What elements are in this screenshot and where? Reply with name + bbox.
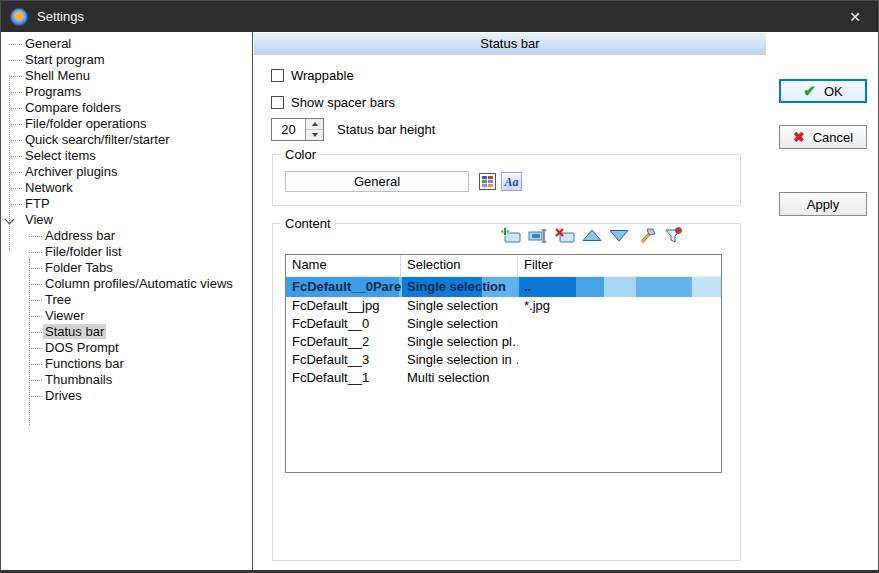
- column-header-selection[interactable]: Selection: [401, 255, 518, 276]
- x-icon: ✖: [793, 129, 805, 145]
- sidebar-item-view[interactable]: View: [1, 212, 252, 228]
- sidebar-item-address-bar[interactable]: Address bar: [1, 228, 252, 244]
- sidebar-item-select-items[interactable]: Select items: [1, 148, 252, 164]
- sidebar-item-drives[interactable]: Drives: [1, 388, 252, 404]
- sidebar-item-tree[interactable]: Tree: [1, 292, 252, 308]
- apply-button[interactable]: Apply: [779, 192, 867, 216]
- sidebar-item-ftp[interactable]: FTP: [1, 196, 252, 212]
- page-title: Status bar: [254, 33, 766, 55]
- delete-item-icon[interactable]: [554, 227, 576, 244]
- table-row[interactable]: FcDefault__3 Single selection in …: [286, 351, 721, 369]
- sidebar-item-shell-menu[interactable]: Shell Menu: [1, 68, 252, 84]
- height-value[interactable]: 20: [272, 119, 305, 140]
- status-bar-height-stepper[interactable]: 20: [271, 118, 324, 141]
- sidebar-item-column-profiles[interactable]: Column profiles/Automatic views: [1, 276, 252, 292]
- sidebar-item-viewer[interactable]: Viewer: [1, 308, 252, 324]
- table-row[interactable]: FcDefault__2 Single selection pl…: [286, 333, 721, 351]
- cancel-button[interactable]: ✖ Cancel: [779, 125, 867, 149]
- sidebar-item-functions-bar[interactable]: Functions bar: [1, 356, 252, 372]
- sidebar-item-compare-folders[interactable]: Compare folders: [1, 100, 252, 116]
- arrow-up-icon: [312, 122, 318, 126]
- sidebar-item-start-program[interactable]: Start program: [1, 52, 252, 68]
- rename-item-icon[interactable]: [527, 227, 549, 244]
- sidebar-item-archiver-plugins[interactable]: Archiver plugins: [1, 164, 252, 180]
- color-group-title: Color: [281, 147, 320, 162]
- titlebar: Settings ✕: [1, 1, 878, 32]
- sidebar-item-quick-search[interactable]: Quick search/filter/starter: [1, 132, 252, 148]
- settings-window: Settings ✕ General Start program Shell M…: [0, 0, 879, 573]
- content-table: Name Selection Filter FcDefault__0Parent…: [285, 254, 722, 473]
- window-title: Settings: [37, 9, 84, 24]
- close-icon[interactable]: ✕: [832, 1, 878, 32]
- arrow-down-icon: [312, 133, 318, 137]
- column-header-name[interactable]: Name: [286, 255, 401, 276]
- spin-down-button[interactable]: [306, 129, 323, 140]
- chevron-down-icon[interactable]: [5, 215, 15, 225]
- sidebar-item-folder-tabs[interactable]: Folder Tabs: [1, 260, 252, 276]
- sidebar-item-general[interactable]: General: [1, 36, 252, 52]
- move-down-icon[interactable]: [608, 227, 630, 244]
- general-color-button[interactable]: General: [285, 171, 469, 192]
- check-icon: ✔: [803, 82, 816, 100]
- add-item-icon[interactable]: [500, 227, 522, 244]
- sidebar-item-programs[interactable]: Programs: [1, 84, 252, 100]
- spacer-checkbox-row[interactable]: Show spacer bars: [271, 95, 395, 110]
- color-group: Color General Aa: [272, 154, 741, 206]
- sidebar-item-file-folder-operations[interactable]: File/folder operations: [1, 116, 252, 132]
- table-row[interactable]: FcDefault__1 Multi selection: [286, 369, 721, 387]
- wrappable-checkbox[interactable]: [271, 69, 284, 82]
- spacer-checkbox[interactable]: [271, 96, 284, 109]
- ok-button[interactable]: ✔ OK: [779, 79, 867, 103]
- content-group-title: Content: [281, 216, 335, 231]
- settings-app-icon: [10, 8, 28, 26]
- wrappable-label: Wrappable: [291, 68, 354, 83]
- table-header: Name Selection Filter: [286, 255, 721, 277]
- status-bar-height-label: Status bar height: [337, 122, 435, 137]
- sidebar-item-thumbnails[interactable]: Thumbnails: [1, 372, 252, 388]
- color-palette-icon[interactable]: [479, 173, 496, 190]
- content-toolbar: [500, 227, 684, 244]
- move-up-icon[interactable]: [581, 227, 603, 244]
- sidebar-item-file-folder-list[interactable]: File/folder list: [1, 244, 252, 260]
- sidebar-item-status-bar[interactable]: Status bar: [1, 324, 252, 340]
- table-row[interactable]: FcDefault__0 Single selection: [286, 315, 721, 333]
- spin-up-button[interactable]: [306, 119, 323, 129]
- sidebar-item-network[interactable]: Network: [1, 180, 252, 196]
- table-row[interactable]: FcDefault__jpg Single selection *.jpg: [286, 297, 721, 315]
- edit-tool-icon[interactable]: [635, 227, 657, 244]
- filter-icon[interactable]: [662, 227, 684, 244]
- wrappable-checkbox-row[interactable]: Wrappable: [271, 68, 354, 83]
- panel-divider: [252, 32, 253, 570]
- content-group: Content: [272, 223, 741, 561]
- table-row[interactable]: FcDefault__0Parent Single selection ..: [286, 277, 721, 297]
- spacer-label: Show spacer bars: [291, 95, 395, 110]
- column-header-filter[interactable]: Filter: [518, 255, 721, 276]
- settings-tree: General Start program Shell Menu Program…: [1, 32, 252, 570]
- font-color-icon[interactable]: Aa: [501, 172, 522, 191]
- sidebar-item-dos-prompt[interactable]: DOS Prompt: [1, 340, 252, 356]
